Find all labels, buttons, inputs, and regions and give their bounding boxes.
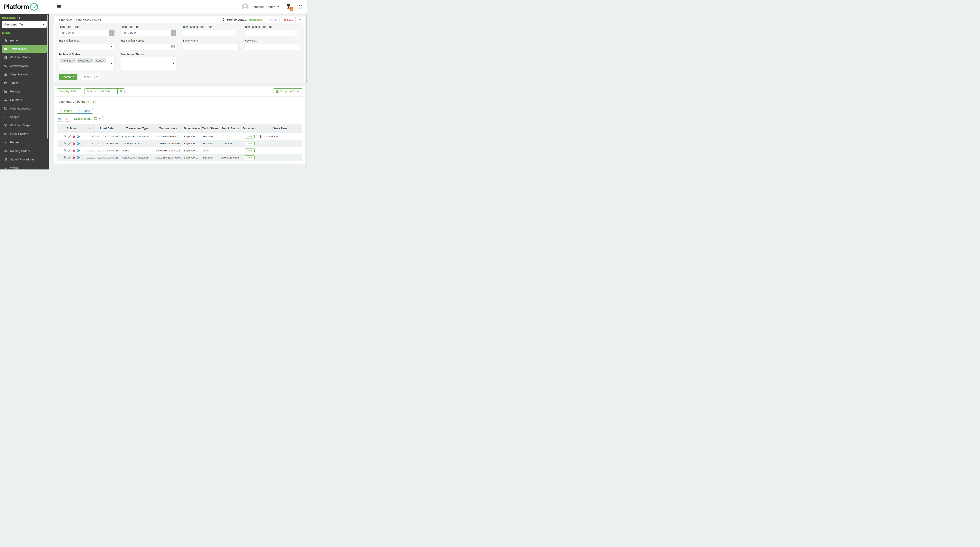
stop-service-button[interactable]: Stop [281, 17, 296, 22]
search-button[interactable]: Search [59, 74, 78, 80]
column-header-transaction-number[interactable]: Transaction # [154, 124, 182, 133]
menu-toggle-hamburger-icon[interactable] [57, 5, 61, 9]
column-header-load-date[interactable]: Load Date [93, 124, 120, 133]
pending-tasks-button[interactable]: 5 [286, 4, 291, 10]
reset-button[interactable]: Reset [80, 74, 100, 80]
sidebar-item-label: Organizations [10, 73, 28, 76]
sidebar-item-routing-orders[interactable]: Routing Orders [2, 147, 47, 155]
run-play-icon[interactable] [76, 149, 80, 152]
load-date-to-input[interactable] [121, 30, 171, 36]
view-details-magnifier-icon[interactable] [63, 135, 67, 138]
user-menu-caret-icon[interactable] [277, 6, 279, 7]
sidebar-item-workflow-tasks[interactable]: Workflow Tasks [2, 54, 47, 61]
delete-trash-icon[interactable] [73, 149, 75, 152]
remove-tag-icon[interactable] [91, 59, 92, 62]
instance-selector[interactable]: DemoApp_Test [2, 21, 47, 28]
sidebar-item-workflow-steps[interactable]: Workflow Steps [2, 121, 47, 129]
view-details-magnifier-icon[interactable] [63, 156, 67, 159]
start-service-button[interactable]: Start [265, 17, 280, 22]
sidebar-item-label: Reports [10, 90, 21, 93]
table-row[interactable]: 2019-07-22 14:38:06 GMT Purchase Order c… [57, 140, 302, 147]
contact-card-icon[interactable] [171, 45, 175, 48]
clear-filters-button[interactable] [65, 116, 70, 121]
clear-tech-status-date-from-button [233, 30, 239, 36]
hide-columns-button[interactable] [57, 116, 63, 121]
instance-refresh-icon[interactable] [17, 16, 20, 19]
tech-status-date-to-input[interactable] [245, 30, 295, 36]
clear-load-date-from-button[interactable] [109, 30, 115, 36]
delete-trash-icon[interactable] [73, 156, 75, 159]
column-header-transaction-type[interactable]: Transaction Type [120, 124, 154, 133]
page-scrollbar[interactable] [305, 14, 307, 170]
display-mode-button[interactable]: Display mode: [72, 116, 103, 121]
export-to-excel-button[interactable]: Export to Excel [273, 88, 302, 94]
table-row[interactable]: 2019-07-22 14:37:54 GMT Quote 39c9fc1b-0… [57, 147, 302, 154]
view-details-magnifier-icon[interactable] [63, 149, 67, 152]
run-play-icon[interactable] [76, 135, 80, 138]
sort-by-button[interactable]: Sort by Load Date A Z [84, 88, 124, 94]
remove-tag-icon[interactable] [103, 59, 104, 62]
sort-direction-icon[interactable]: A Z [118, 89, 124, 94]
collapse-panel-chevron-up-icon[interactable] [299, 18, 302, 21]
tech-status-date-from-input[interactable] [183, 30, 233, 36]
view-document-button[interactable]: View [245, 155, 255, 160]
column-header-buyer-name[interactable]: Buyer Name [182, 124, 202, 133]
page-scrollbar-thumb[interactable] [306, 15, 307, 83]
bolt-icon [4, 141, 8, 144]
terminal-icon [4, 115, 8, 119]
clear-load-date-to-button[interactable] [171, 30, 177, 36]
column-header-tech-status[interactable]: Tech. Status [202, 124, 219, 133]
import-button[interactable]: Import [57, 108, 75, 114]
sort-by-caret-icon [112, 91, 114, 92]
view-details-magnifier-icon[interactable] [63, 142, 67, 145]
sidebar-scrollbar[interactable] [48, 15, 48, 139]
fullscreen-icon[interactable] [299, 5, 302, 9]
transactions-refresh-icon[interactable] [92, 100, 96, 103]
view-document-button[interactable]: View [245, 134, 255, 139]
sidebar-item-scripts[interactable]: Scripts [2, 113, 47, 121]
sidebar-item-home[interactable]: Home [2, 37, 47, 44]
run-play-icon[interactable] [76, 142, 80, 145]
load-date-from-input[interactable] [59, 30, 109, 36]
user-name[interactable]: Emmanuel Thiriez [250, 5, 275, 9]
table-row[interactable]: 2019-07-23 10:40:03 GMT Request For Quot… [57, 133, 302, 140]
run-play-icon[interactable] [76, 156, 80, 159]
cell-load-date: 2019-07-23 10:40:03 GMT [86, 133, 120, 140]
sidebar-item-counters[interactable]: Counters [2, 96, 47, 104]
reset-options-caret-icon[interactable] [94, 75, 100, 79]
avatar[interactable] [242, 3, 248, 10]
sidebar-item-views[interactable]: Views [2, 164, 47, 170]
remove-tag-icon[interactable] [73, 59, 74, 62]
view-document-button[interactable]: View [245, 148, 255, 153]
keywords-input[interactable] [245, 43, 301, 50]
sidebar-item-routes[interactable]: Routes [2, 138, 47, 146]
technical-status-multiselect[interactable]: Handled Received Sent [59, 57, 115, 71]
buyer-name-input[interactable] [183, 43, 239, 50]
sidebar-item-stored-procedures[interactable]: Stored Procedures [2, 155, 47, 163]
view-document-button[interactable]: View [245, 141, 255, 146]
functional-status-multiselect[interactable] [121, 57, 177, 71]
transaction-type-select[interactable] [59, 43, 115, 50]
svg-text:A: A [121, 90, 122, 91]
table-row[interactable]: 2019-07-22 14:30:04 GMT Request For Quot… [57, 154, 302, 161]
column-header-funct-status[interactable]: Funct. Status [219, 124, 241, 133]
edit-pencil-icon[interactable] [68, 142, 71, 145]
at-icon: @ [4, 132, 8, 135]
sidebar-item-transactions[interactable]: Transactions [2, 45, 47, 53]
sidebar-item-organizations[interactable]: Organizations [2, 70, 47, 78]
export-button[interactable]: Export [75, 108, 93, 114]
delete-trash-icon[interactable] [73, 142, 75, 145]
sidebar-item-email-profiles[interactable]: @ Email Profiles [2, 130, 47, 138]
edit-pencil-icon[interactable] [68, 156, 71, 159]
delete-trash-icon[interactable] [73, 135, 75, 138]
sidebar-item-reports[interactable]: Reports [2, 87, 47, 95]
service-refresh-icon[interactable] [222, 18, 225, 21]
view-by-button[interactable]: View by 200 [57, 88, 81, 94]
transaction-number-input[interactable] [121, 43, 177, 50]
edit-pencil-icon[interactable] [68, 149, 71, 152]
workflow-tasks-icon [4, 56, 8, 59]
sidebar-item-administration[interactable]: Administration [2, 62, 47, 70]
sidebar-item-web-resources[interactable]: Web Resources [2, 105, 47, 112]
edit-pencil-icon[interactable] [68, 135, 71, 138]
sidebar-item-tables[interactable]: Tables [2, 79, 47, 87]
